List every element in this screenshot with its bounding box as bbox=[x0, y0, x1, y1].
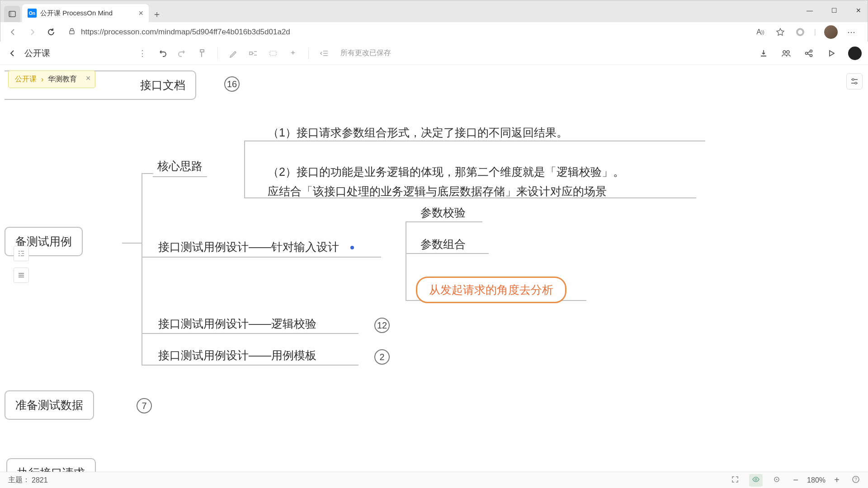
mindmap-node-highlight[interactable]: 从发起请求的角度去分析 bbox=[416, 277, 566, 303]
node-label-line1: （2）接口的功能是业务逻辑的体现，那第二个维度就是「逻辑校验」。 bbox=[268, 165, 624, 178]
mindmap-node[interactable]: 参数校验 bbox=[420, 205, 466, 220]
mindmap-node[interactable]: 参数组合 bbox=[420, 237, 466, 252]
node-label: 接口测试用例设计——逻辑校验 bbox=[158, 317, 316, 330]
refresh-icon bbox=[47, 28, 56, 37]
undo-icon bbox=[157, 48, 167, 58]
format-icon bbox=[198, 49, 207, 58]
mindmap-node[interactable]: 接口测试用例设计——逻辑校验 bbox=[158, 316, 316, 331]
sparkle-icon bbox=[288, 49, 297, 58]
insert-node-button[interactable] bbox=[245, 45, 261, 61]
zoom-level[interactable]: 180% bbox=[807, 476, 826, 484]
document-title[interactable]: 公开课 bbox=[24, 47, 50, 59]
theme-label: 主题： bbox=[8, 475, 30, 485]
close-popup-button[interactable]: × bbox=[86, 74, 91, 83]
relation-button[interactable] bbox=[265, 45, 281, 61]
svg-rect-2 bbox=[70, 31, 74, 34]
arrow-left-icon bbox=[9, 28, 18, 37]
redo-button[interactable] bbox=[174, 45, 190, 61]
back-button[interactable] bbox=[7, 26, 19, 38]
refresh-button[interactable] bbox=[45, 26, 57, 38]
outline-toolbar bbox=[14, 246, 29, 283]
help-button[interactable]: ? bbox=[852, 475, 860, 485]
share-button[interactable] bbox=[799, 45, 818, 61]
marker-dot-icon bbox=[350, 246, 354, 249]
present-button[interactable] bbox=[822, 45, 841, 61]
mindmap-node[interactable]: 接口测试用例设计——用例模板 bbox=[158, 348, 316, 363]
svg-point-15 bbox=[776, 479, 778, 480]
svg-point-12 bbox=[855, 82, 857, 84]
lock-icon bbox=[68, 28, 75, 37]
mindmap-node[interactable]: （2）接口的功能是业务逻辑的体现，那第二个维度就是「逻辑校验」。 应结合「该接口… bbox=[268, 162, 624, 201]
close-icon[interactable]: × bbox=[138, 9, 143, 18]
extension-button[interactable] bbox=[794, 26, 806, 38]
node-label: 接口测试用例设计——针对输入设计 bbox=[158, 240, 339, 253]
undo-button[interactable] bbox=[154, 45, 170, 61]
zoom-out-button[interactable]: − bbox=[791, 475, 801, 485]
list-view-button[interactable] bbox=[14, 267, 29, 283]
node-label: 执行接口请求 bbox=[17, 466, 85, 472]
node-label: 接口测试用例设计——用例模板 bbox=[158, 349, 316, 361]
forward-button[interactable] bbox=[26, 26, 38, 38]
mindmap-canvas[interactable]: 接口文档 16 核心思路 （1）接口请求参数组合形式，决定了接口的不同返回结果。… bbox=[0, 65, 868, 472]
browser-tab[interactable]: On 公开课 ProcessOn Mind × bbox=[22, 4, 149, 22]
child-count-badge[interactable]: 2 bbox=[374, 349, 390, 365]
address-bar: https://processon.com/mindmap/5d904ff7e4… bbox=[0, 22, 868, 42]
brush-button[interactable] bbox=[225, 45, 241, 61]
mindmap-node[interactable]: 准备测试数据 bbox=[5, 390, 94, 420]
app-back-button[interactable] bbox=[6, 47, 18, 59]
new-tab-button[interactable]: ＋ bbox=[149, 6, 165, 22]
mindmap-node[interactable]: 核心思路 bbox=[153, 156, 207, 177]
fullscreen-button[interactable] bbox=[731, 475, 739, 485]
mindmap-node[interactable]: 接口测试用例设计——针对输入设计 bbox=[158, 239, 354, 254]
minimize-button[interactable]: ― bbox=[803, 4, 816, 17]
breadcrumb-popup: 公开课 › 华测教育 × bbox=[8, 70, 95, 88]
tab-title: 公开课 ProcessOn Mind bbox=[40, 9, 113, 18]
style-panel-button[interactable] bbox=[846, 73, 863, 89]
more-menu-button[interactable]: ⋮ bbox=[134, 45, 151, 61]
svg-point-6 bbox=[783, 51, 786, 53]
theme-count: 2821 bbox=[32, 476, 48, 484]
favorites-button[interactable] bbox=[774, 26, 786, 38]
chevron-left-icon bbox=[8, 49, 16, 57]
relation-icon bbox=[269, 49, 278, 58]
ai-button[interactable] bbox=[285, 45, 301, 61]
profile-avatar[interactable] bbox=[824, 25, 838, 39]
play-icon bbox=[827, 49, 836, 58]
eye-icon bbox=[752, 475, 760, 483]
outdent-button[interactable] bbox=[316, 45, 332, 61]
svg-point-13 bbox=[755, 479, 757, 480]
tab-actions-button[interactable] bbox=[4, 6, 20, 22]
child-count-badge[interactable]: 12 bbox=[374, 318, 390, 333]
mindmap-node[interactable]: 执行接口请求 bbox=[6, 458, 96, 472]
expand-icon bbox=[731, 475, 739, 483]
arrow-right-icon bbox=[28, 28, 37, 37]
maximize-button[interactable]: ☐ bbox=[827, 4, 841, 17]
help-icon: ? bbox=[852, 475, 860, 483]
node-label: （1）接口请求参数组合形式，决定了接口的不同返回结果。 bbox=[268, 126, 568, 139]
close-window-button[interactable]: ✕ bbox=[852, 4, 865, 17]
url-field[interactable]: https://processon.com/mindmap/5d904ff7e4… bbox=[64, 28, 748, 37]
zoom-in-button[interactable]: + bbox=[832, 475, 842, 485]
breadcrumb-root[interactable]: 公开课 bbox=[15, 75, 37, 84]
outdent-icon bbox=[320, 49, 329, 58]
outline-view-button[interactable] bbox=[14, 246, 29, 261]
user-avatar[interactable] bbox=[848, 47, 862, 60]
save-status: 所有更改已保存 bbox=[340, 48, 391, 58]
read-aloud-button[interactable]: A)) bbox=[755, 26, 766, 38]
mindmap-node[interactable]: （1）接口请求参数组合形式，决定了接口的不同返回结果。 bbox=[268, 125, 568, 140]
zoom-controls: − 180% + bbox=[791, 475, 842, 485]
locate-button[interactable] bbox=[773, 475, 781, 485]
node-label: 参数组合 bbox=[420, 238, 466, 250]
address-bar-actions: A)) | ⋯ bbox=[755, 25, 861, 39]
format-painter-button[interactable] bbox=[194, 45, 210, 61]
child-count-badge[interactable]: 16 bbox=[224, 76, 240, 92]
circle-icon bbox=[796, 28, 805, 37]
node-label-line2: 应结合「该接口处理的业务逻辑与底层数据存储」来设计对应的场景 bbox=[268, 185, 607, 197]
child-count-badge[interactable]: 7 bbox=[137, 398, 152, 413]
chevron-right-icon: › bbox=[41, 75, 43, 84]
minimap-button[interactable] bbox=[749, 474, 763, 487]
browser-menu-button[interactable]: ⋯ bbox=[846, 26, 858, 38]
download-button[interactable] bbox=[754, 45, 773, 61]
collaborate-button[interactable] bbox=[777, 45, 796, 61]
node-icon bbox=[249, 49, 258, 58]
